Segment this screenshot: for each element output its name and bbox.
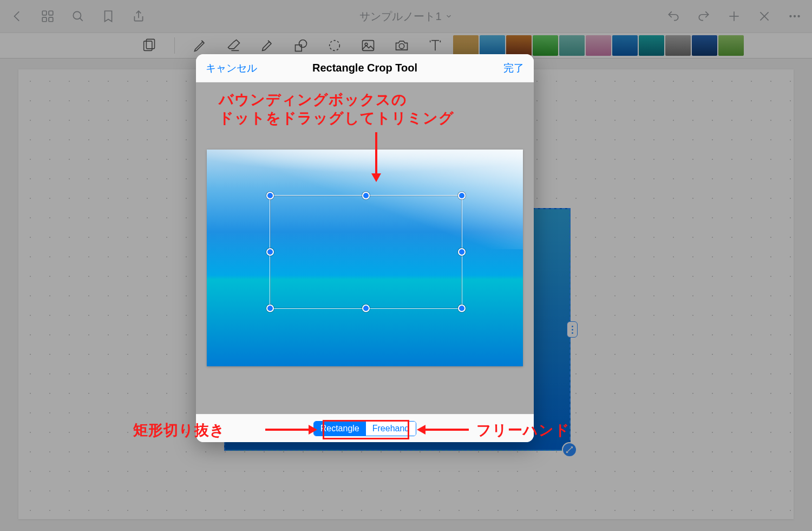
annotation-arrow-right <box>265 429 309 431</box>
annotation-top-line2: ドットをドラッグしてトリミング <box>219 108 454 128</box>
crop-handle-top-right[interactable] <box>458 192 466 199</box>
crop-handle-bottom-right[interactable] <box>458 305 466 312</box>
cancel-button[interactable]: キャンセル <box>206 61 257 75</box>
annotation-bottom-right: フリーハンド <box>476 420 570 440</box>
done-button[interactable]: 完了 <box>503 61 524 75</box>
modal-body <box>196 82 534 414</box>
crop-image-area[interactable] <box>207 150 523 366</box>
crop-handle-bottom-mid[interactable] <box>362 305 370 312</box>
crop-handle-mid-left[interactable] <box>266 248 274 256</box>
annotation-arrow-left <box>425 429 469 431</box>
crop-handle-top-left[interactable] <box>266 192 274 199</box>
crop-handle-bottom-left[interactable] <box>266 305 274 312</box>
annotation-top-line1: バウンディングボックスの <box>219 90 407 109</box>
annotation-arrowhead-right <box>309 425 317 435</box>
annotation-bottom-left: 矩形切り抜き <box>133 420 225 440</box>
annotation-arrow-down <box>375 132 377 173</box>
modal-header: キャンセル Rectangle Crop Tool 完了 <box>196 54 534 82</box>
crop-handle-top-mid[interactable] <box>362 192 370 199</box>
crop-bounding-box[interactable] <box>270 195 462 309</box>
annotation-arrowhead-left <box>417 425 425 435</box>
crop-handle-mid-right[interactable] <box>458 248 466 256</box>
annotation-arrowhead-down <box>371 173 381 182</box>
annotation-segment-outline <box>323 420 409 439</box>
